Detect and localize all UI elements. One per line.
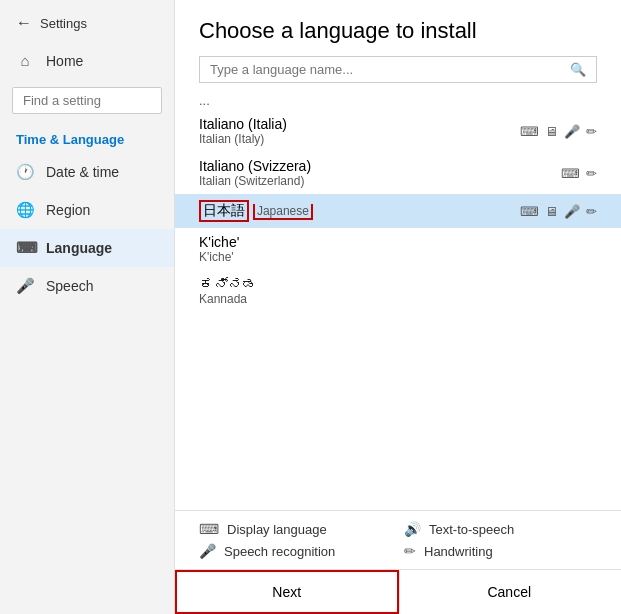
clock-icon: 🕐 (16, 163, 34, 181)
home-icon: ⌂ (16, 52, 34, 69)
keyboard-cap-icon: ⌨ (561, 166, 580, 181)
language-capability-icons: ⌨ ✏ (561, 166, 597, 181)
sidebar-item-label: Home (46, 53, 83, 69)
capability-panel: ⌨ Display language 🔊 Text-to-speech 🎤 Sp… (175, 510, 621, 569)
bottom-bar: Next Cancel (175, 569, 621, 614)
cancel-button[interactable]: Cancel (399, 570, 622, 614)
back-button[interactable]: ← Settings (0, 0, 174, 42)
sidebar-item-home[interactable]: ⌂ Home (0, 42, 174, 79)
keyboard-cap-icon: ⌨ (520, 124, 539, 139)
language-search-bar: 🔍 (199, 56, 597, 83)
speech-rec-cap: 🎤 Speech recognition (199, 543, 392, 559)
display-language-cap: ⌨ Display language (199, 521, 392, 537)
language-list: ... Italiano (Italia) Italian (Italy) ⌨ … (175, 91, 621, 510)
sidebar-item-region[interactable]: 🌐 Region (0, 191, 174, 229)
tts-cap: 🔊 Text-to-speech (404, 521, 597, 537)
keyboard-icon: ⌨ (16, 239, 34, 257)
cap-label: Display language (227, 522, 327, 537)
display-cap-icon: 🖥 (545, 124, 558, 139)
mic-cap-icon: 🎤 (199, 543, 216, 559)
ellipsis-indicator: ... (175, 91, 621, 110)
display-cap-icon: 🖥 (545, 204, 558, 219)
sidebar-item-speech[interactable]: 🎤 Speech (0, 267, 174, 305)
sidebar: ← Settings ⌂ Home Time & Language 🕐 Date… (0, 0, 175, 614)
cap-label: Handwriting (424, 544, 493, 559)
search-icon: 🔍 (570, 62, 586, 77)
language-name: K'iche' (199, 234, 597, 250)
language-name: Italiano (Svizzera) (199, 158, 561, 174)
mic-cap-icon: 🎤 (564, 124, 580, 139)
list-item[interactable]: K'iche' K'iche' (175, 228, 621, 270)
language-search-input[interactable] (210, 62, 570, 77)
language-name: Italiano (Italia) (199, 116, 520, 132)
language-subname: Italian (Switzerland) (199, 174, 561, 188)
sidebar-item-label: Region (46, 202, 90, 218)
list-item[interactable]: Italiano (Italia) Italian (Italy) ⌨ 🖥 🎤 … (175, 110, 621, 152)
language-subname: K'iche' (199, 250, 597, 264)
list-item[interactable]: Italiano (Svizzera) Italian (Switzerland… (175, 152, 621, 194)
globe-icon: 🌐 (16, 201, 34, 219)
language-subname: Japanese (253, 204, 313, 220)
sidebar-item-label: Speech (46, 278, 93, 294)
language-name: ಕನ್ನಡ (199, 276, 597, 292)
language-subname: Italian (Italy) (199, 132, 520, 146)
main-panel: Choose a language to install 🔍 ... Itali… (175, 0, 621, 614)
sidebar-section-title: Time & Language (0, 122, 174, 153)
keyboard-cap-icon: ⌨ (199, 521, 219, 537)
keyboard-cap-icon: ⌨ (520, 204, 539, 219)
back-label: Settings (40, 16, 87, 31)
pen-cap-icon: ✏ (586, 204, 597, 219)
microphone-icon: 🎤 (16, 277, 34, 295)
find-setting-input[interactable] (12, 87, 162, 114)
pen-cap-icon: ✏ (404, 543, 416, 559)
language-capability-icons: ⌨ 🖥 🎤 ✏ (520, 124, 597, 139)
page-title: Choose a language to install (175, 0, 621, 56)
sidebar-item-label: Date & time (46, 164, 119, 180)
language-subname: Kannada (199, 292, 597, 306)
list-item[interactable]: ಕನ್ನಡ Kannada (175, 270, 621, 312)
cap-label: Speech recognition (224, 544, 335, 559)
language-name: 日本語 (199, 200, 249, 222)
pen-cap-icon: ✏ (586, 166, 597, 181)
mic-cap-icon: 🎤 (564, 204, 580, 219)
cap-label: Text-to-speech (429, 522, 514, 537)
handwriting-cap: ✏ Handwriting (404, 543, 597, 559)
sidebar-item-language[interactable]: ⌨ Language (0, 229, 174, 267)
pen-cap-icon: ✏ (586, 124, 597, 139)
speaker-cap-icon: 🔊 (404, 521, 421, 537)
language-capability-icons: ⌨ 🖥 🎤 ✏ (520, 204, 597, 219)
back-arrow-icon: ← (16, 14, 32, 32)
next-button[interactable]: Next (175, 570, 399, 614)
sidebar-item-label: Language (46, 240, 112, 256)
sidebar-item-date-time[interactable]: 🕐 Date & time (0, 153, 174, 191)
list-item[interactable]: 日本語 Japanese ⌨ 🖥 🎤 ✏ (175, 194, 621, 228)
